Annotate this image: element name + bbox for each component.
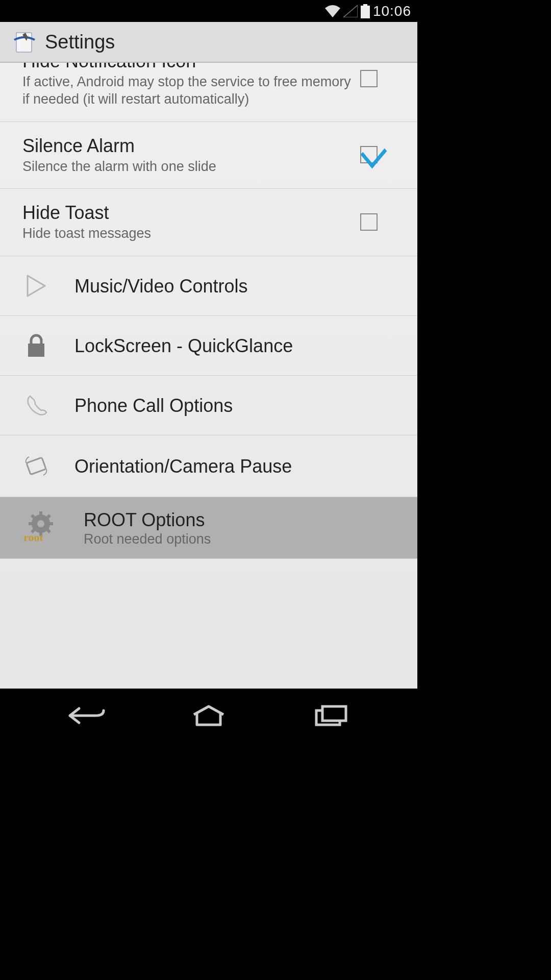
gear-root-icon: root [22,511,59,544]
svg-rect-16 [322,706,346,721]
checkbox-checked[interactable] [360,146,378,163]
header-title: Music/Video Controls [74,275,403,298]
header-summary: Root needed options [84,531,403,547]
svg-rect-4 [27,457,46,474]
header-music-video[interactable]: Music/Video Controls [0,256,417,316]
action-bar-title: Settings [45,31,115,53]
navigation-bar [0,689,417,742]
rotate-icon [22,453,50,479]
app-icon [12,30,37,54]
svg-text:root: root [23,531,43,544]
header-title: ROOT Options [84,508,403,531]
header-title: LockScreen - QuickGlance [74,334,403,357]
play-icon [22,274,50,298]
cell-signal-icon [343,5,358,17]
action-bar: Settings [0,22,417,63]
wifi-icon [325,5,340,17]
phone-icon [22,393,50,418]
pref-hide-toast[interactable]: Hide Toast Hide toast messages [0,189,417,256]
svg-point-6 [37,520,44,527]
pref-summary: Hide toast messages [22,225,360,242]
header-root-options[interactable]: root ROOT Options Root needed options [0,497,417,559]
header-title: Orientation/Camera Pause [74,455,403,478]
svg-rect-9 [29,522,33,525]
svg-rect-10 [49,522,53,525]
header-orientation[interactable]: Orientation/Camera Pause [0,435,417,497]
pref-silence-alarm[interactable]: Silence Alarm Silence the alarm with one… [0,122,417,189]
pref-title: Silence Alarm [22,134,360,157]
statusbar-time: 10:06 [373,3,411,19]
pref-summary: If active, Android may stop the service … [22,74,360,108]
pref-title: Hide Notification Icon [22,63,360,72]
lock-icon [22,333,50,358]
status-bar: 10:06 [0,0,417,22]
settings-list[interactable]: Hide Notification Icon If active, Androi… [0,63,417,689]
recent-apps-button[interactable] [270,704,392,727]
pref-title: Hide Toast [22,201,360,224]
header-title: Phone Call Options [74,394,403,417]
svg-rect-3 [28,344,44,357]
pref-hide-notification[interactable]: Hide Notification Icon If active, Androi… [0,63,417,122]
checkbox[interactable] [360,70,378,87]
pref-summary: Silence the alarm with one slide [22,158,360,176]
home-button[interactable] [147,704,269,727]
back-button[interactable] [26,704,147,727]
svg-rect-1 [361,6,370,18]
header-lockscreen[interactable]: LockScreen - QuickGlance [0,316,417,376]
svg-rect-7 [39,511,42,516]
checkbox[interactable] [360,213,378,231]
svg-rect-0 [363,4,367,6]
battery-icon [361,4,370,18]
header-phone-call[interactable]: Phone Call Options [0,376,417,435]
